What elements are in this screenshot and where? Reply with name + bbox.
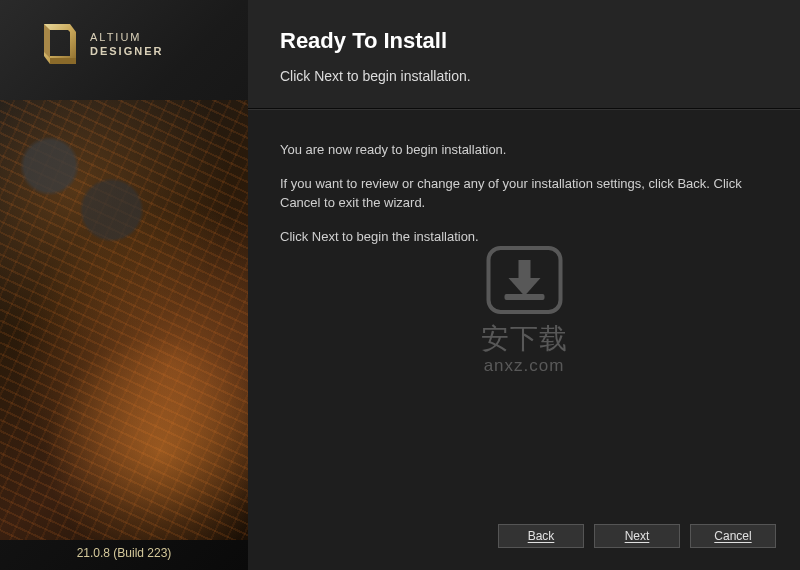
brand-text: ALTIUM DESIGNER: [90, 30, 163, 59]
back-button[interactable]: Back: [498, 524, 584, 548]
footer: Back Next Cancel: [248, 512, 800, 570]
watermark-url: anxz.com: [484, 356, 565, 376]
body-line-3: Click Next to begin the installation.: [280, 227, 768, 247]
body-line-2: If you want to review or change any of y…: [280, 174, 768, 213]
watermark-text: 安下载: [481, 320, 568, 358]
altium-logo-icon: [36, 20, 78, 68]
content-area: You are now ready to begin installation.…: [248, 109, 800, 512]
sidebar: ALTIUM DESIGNER 21.0.8 (Build 223): [0, 0, 248, 570]
page-title: Ready To Install: [280, 28, 768, 54]
cancel-button[interactable]: Cancel: [690, 524, 776, 548]
watermark: 安下载 anxz.com: [481, 246, 568, 376]
brand-line2: DESIGNER: [90, 44, 163, 58]
next-button[interactable]: Next: [594, 524, 680, 548]
version-label: 21.0.8 (Build 223): [0, 546, 248, 560]
page-subtitle: Click Next to begin installation.: [280, 68, 768, 84]
brand-line1: ALTIUM: [90, 30, 163, 44]
download-icon: [486, 246, 562, 314]
body-line-1: You are now ready to begin installation.: [280, 140, 768, 160]
brand-logo: ALTIUM DESIGNER: [0, 0, 248, 68]
main-panel: Ready To Install Click Next to begin ins…: [248, 0, 800, 570]
sidebar-artwork: [0, 100, 248, 540]
header: Ready To Install Click Next to begin ins…: [248, 0, 800, 109]
